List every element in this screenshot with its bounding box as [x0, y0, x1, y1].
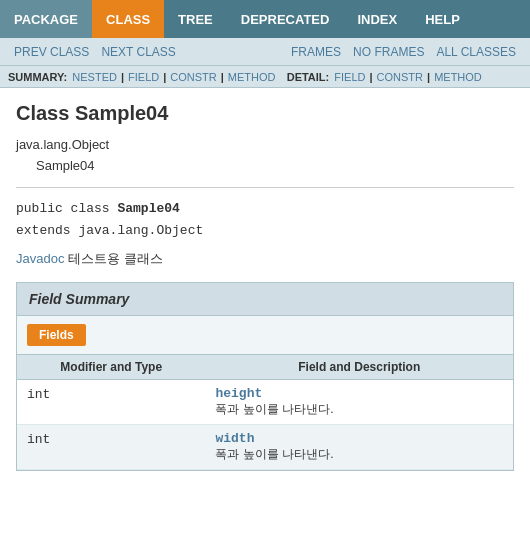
- javadoc-label: Javadoc: [16, 251, 64, 266]
- field-name-link[interactable]: width: [215, 431, 503, 446]
- summary-field-link[interactable]: FIELD: [126, 71, 161, 83]
- summary-label: SUMMARY:: [8, 71, 67, 83]
- field-desc: 폭과 높이를 나타낸다.: [215, 446, 503, 463]
- class-declaration: public class Sample04 extends java.lang.…: [16, 198, 514, 242]
- detail-constr-link[interactable]: CONSTR: [375, 71, 425, 83]
- javadoc-description: Javadoc 테스트용 클래스: [16, 250, 514, 268]
- all-classes-link[interactable]: ALL CLASSES: [430, 45, 522, 59]
- table-row: int: [17, 424, 205, 469]
- fields-table: Modifier and Type Field and Description …: [17, 354, 513, 470]
- nav-help[interactable]: HELP: [411, 0, 474, 38]
- nav-package[interactable]: PACKAGE: [0, 0, 92, 38]
- detail-label: DETAIL:: [287, 71, 330, 83]
- nav-deprecated[interactable]: DEPRECATED: [227, 0, 344, 38]
- table-row: height폭과 높이를 나타낸다.: [205, 379, 513, 424]
- field-type: int: [27, 432, 50, 447]
- field-summary-title: Field Summary: [17, 283, 513, 316]
- detail-field-link[interactable]: FIELD: [332, 71, 367, 83]
- fields-button-row: Fields: [17, 316, 513, 354]
- summary-nested-link[interactable]: NESTED: [70, 71, 119, 83]
- next-class-link[interactable]: NEXT CLASS: [95, 45, 181, 59]
- detail-method-link[interactable]: METHOD: [432, 71, 484, 83]
- field-summary-section: Field Summary Fields Modifier and Type F…: [16, 282, 514, 471]
- declaration-line1: public class Sample04: [16, 198, 514, 220]
- frames-link[interactable]: FRAMES: [285, 45, 347, 59]
- current-class: Sample04: [16, 156, 514, 177]
- nav-class[interactable]: CLASS: [92, 0, 164, 38]
- field-type: int: [27, 387, 50, 402]
- top-nav: PACKAGE CLASS TREE DEPRECATED INDEX HELP: [0, 0, 530, 38]
- col-header-field: Field and Description: [205, 354, 513, 379]
- parent-class: java.lang.Object: [16, 135, 514, 156]
- nav-tree[interactable]: TREE: [164, 0, 227, 38]
- summary-method-link[interactable]: METHOD: [226, 71, 278, 83]
- table-row: width폭과 높이를 나타낸다.: [205, 424, 513, 469]
- table-row: int: [17, 379, 205, 424]
- col-header-modifier: Modifier and Type: [17, 354, 205, 379]
- no-frames-link[interactable]: NO FRAMES: [347, 45, 430, 59]
- declaration-line2: extends java.lang.Object: [16, 220, 514, 242]
- divider-1: [16, 187, 514, 188]
- main-content: Class Sample04 java.lang.Object Sample04…: [0, 88, 530, 485]
- prev-class-link[interactable]: PREV CLASS: [8, 45, 95, 59]
- third-nav: SUMMARY: NESTED | FIELD | CONSTR | METHO…: [0, 66, 530, 88]
- class-title: Class Sample04: [16, 102, 514, 125]
- second-nav: PREV CLASS NEXT CLASS FRAMES NO FRAMES A…: [0, 38, 530, 66]
- fields-button[interactable]: Fields: [27, 324, 86, 346]
- nav-index[interactable]: INDEX: [343, 0, 411, 38]
- summary-constr-link[interactable]: CONSTR: [168, 71, 218, 83]
- field-desc: 폭과 높이를 나타낸다.: [215, 401, 503, 418]
- inheritance-hierarchy: java.lang.Object Sample04: [16, 135, 514, 177]
- javadoc-text: 테스트용 클래스: [68, 251, 163, 266]
- field-name-link[interactable]: height: [215, 386, 503, 401]
